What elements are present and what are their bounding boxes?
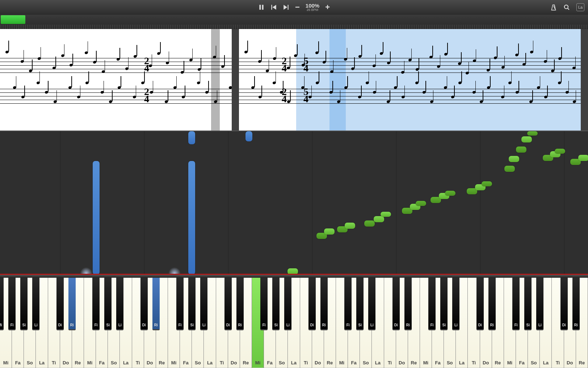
black-key[interactable]: Li xyxy=(536,278,543,330)
black-key[interactable]: Li xyxy=(284,278,291,330)
black-key[interactable]: Di xyxy=(224,278,232,330)
note-stem xyxy=(217,90,218,101)
black-key[interactable]: Di xyxy=(392,278,400,330)
note-stem xyxy=(511,71,512,82)
note-stem xyxy=(152,54,152,65)
black-key[interactable]: Li xyxy=(368,278,375,330)
falling-note xyxy=(188,131,195,144)
pause-button[interactable] xyxy=(258,4,265,11)
black-key[interactable]: Li xyxy=(116,278,123,330)
black-key[interactable]: Si xyxy=(104,278,112,330)
piano-area: MiFaSoLaTiDoReMiFaSoLaTiDoReMiFaSoLaTiDo… xyxy=(0,274,588,368)
black-key-label: Li xyxy=(284,323,291,327)
black-key[interactable]: Si xyxy=(356,278,364,330)
black-key[interactable]: Li xyxy=(32,278,39,330)
metronome-icon[interactable] xyxy=(550,4,557,11)
black-key[interactable]: Fi xyxy=(260,278,268,330)
sheet-page-right[interactable]: 24 24 54 54 xyxy=(239,29,581,131)
note-stem xyxy=(311,86,312,96)
previous-button[interactable] xyxy=(270,4,277,11)
measure-gray-highlight xyxy=(211,29,220,131)
tempo-plus-button[interactable]: + xyxy=(325,3,330,12)
black-key[interactable]: Ri xyxy=(572,278,580,330)
black-key[interactable]: Ri xyxy=(68,278,76,330)
top-toolbar: − 100% 26 BPM + La xyxy=(0,0,588,15)
octave-divider xyxy=(396,131,396,274)
black-key[interactable]: Mi xyxy=(0,278,4,330)
black-key[interactable]: Ri xyxy=(404,278,412,330)
note-stem xyxy=(160,42,161,53)
white-key-label: Do xyxy=(396,360,408,365)
black-key[interactable]: Fi xyxy=(344,278,352,330)
black-key[interactable]: Ri xyxy=(320,278,328,330)
sheet-page-left[interactable]: 24 24 xyxy=(0,29,232,131)
black-key[interactable]: Li xyxy=(200,278,207,330)
black-key-label: Li xyxy=(452,323,459,327)
black-key[interactable]: Fi xyxy=(92,278,100,330)
tempo-bpm-label: 26 BPM xyxy=(306,8,319,12)
white-key-label: Do xyxy=(312,360,324,365)
search-icon[interactable] xyxy=(563,4,570,11)
black-key[interactable]: Si xyxy=(188,278,196,330)
note-stem xyxy=(575,57,576,67)
note-stem xyxy=(390,51,391,62)
note-stem xyxy=(144,71,145,82)
black-key-label: Si xyxy=(524,323,532,327)
tempo-minus-button[interactable]: − xyxy=(295,3,300,12)
white-key-label: Fa xyxy=(348,360,360,365)
black-keys-layer: MiFiSiLiDiRiFiSiLiDiRiFiSiLiDiRiFiSiLiDi… xyxy=(0,278,588,332)
black-key[interactable]: Di xyxy=(140,278,148,330)
svg-rect-1 xyxy=(262,5,264,10)
black-key[interactable]: Ri xyxy=(152,278,160,330)
black-key[interactable]: Li xyxy=(452,278,459,330)
black-key-label: Di xyxy=(392,323,400,327)
note-stem xyxy=(48,81,49,92)
tempo-percent-label: 100% xyxy=(306,3,319,8)
note-stem xyxy=(340,90,341,101)
next-button[interactable] xyxy=(283,4,289,11)
octave-divider xyxy=(312,131,312,274)
white-key-label: Do xyxy=(480,360,492,365)
svg-point-8 xyxy=(564,5,568,8)
black-key[interactable]: Di xyxy=(56,278,64,330)
black-key[interactable]: Si xyxy=(440,278,448,330)
note-stem xyxy=(518,44,519,54)
black-key[interactable]: Si xyxy=(272,278,280,330)
time-signature-5-4-bass: 54 xyxy=(303,88,308,102)
black-key[interactable]: Fi xyxy=(176,278,184,330)
toolbar-right: La xyxy=(550,3,584,11)
sheet-music-area: 24 24 24 24 54 54 xyxy=(0,29,588,131)
black-key[interactable]: Fi xyxy=(512,278,520,330)
black-key[interactable]: Di xyxy=(476,278,484,330)
song-progress-bar[interactable] xyxy=(0,15,588,29)
note-stem xyxy=(55,57,56,67)
hit-glow xyxy=(80,267,92,274)
note-stem xyxy=(32,59,33,70)
note-label-mode-button[interactable]: La xyxy=(576,3,584,11)
white-key-label: Mi xyxy=(84,360,96,365)
note-stem xyxy=(347,76,348,87)
black-key[interactable]: Fi xyxy=(8,278,16,330)
white-key-label: Re xyxy=(324,360,336,365)
staff-treble xyxy=(0,58,232,76)
note-stem xyxy=(390,90,390,101)
octave-divider xyxy=(480,131,480,274)
note-stem xyxy=(96,51,97,62)
black-key[interactable]: Ri xyxy=(236,278,244,330)
note-stem xyxy=(447,43,448,54)
falling-note xyxy=(416,201,426,206)
note-stem xyxy=(547,86,548,96)
note-stem xyxy=(518,81,519,92)
black-key[interactable]: Ri xyxy=(488,278,496,330)
black-key-label: Di xyxy=(308,323,316,327)
black-key[interactable]: Di xyxy=(308,278,316,330)
white-key-label: Ti xyxy=(48,360,60,365)
time-signature-2-4-treble: 24 xyxy=(144,57,149,71)
black-key[interactable]: Si xyxy=(524,278,532,330)
black-key[interactable]: Di xyxy=(560,278,568,330)
black-key[interactable]: Si xyxy=(20,278,28,330)
black-key-label: Fi xyxy=(176,323,184,327)
note-stem xyxy=(497,46,497,57)
white-key-label: La xyxy=(288,360,299,365)
black-key[interactable]: Fi xyxy=(428,278,436,330)
